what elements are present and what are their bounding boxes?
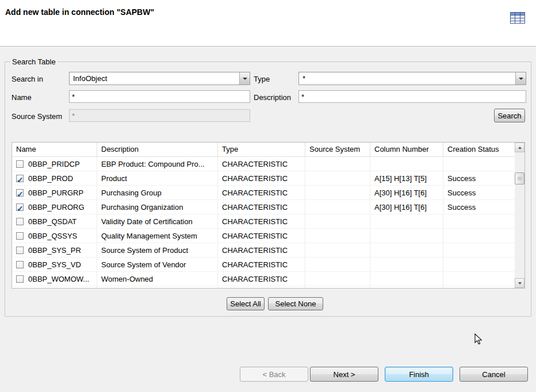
arrow-down-icon [518, 282, 522, 285]
cell-type: CHARACTERISTIC [218, 200, 305, 214]
table-row[interactable]: 0BBP_PRIDCP EBP Product: Compound Pro...… [12, 157, 515, 171]
row-checkbox[interactable] [16, 275, 24, 283]
finish-button[interactable]: Finish [385, 367, 453, 382]
scroll-up-button[interactable] [515, 143, 524, 152]
cell-column-number: A[15] H[13] T[5] [370, 171, 443, 186]
cell-name: 0BBP_WOMOW... [28, 275, 89, 283]
name-input[interactable] [69, 90, 250, 103]
table-row[interactable]: 0BBP_SYS_VD Source System of Vendor CHAR… [12, 258, 515, 272]
cell-column-number: A[30] H[16] T[6] [370, 200, 443, 214]
chevron-down-icon[interactable] [239, 72, 250, 84]
row-checkbox[interactable] [16, 203, 24, 211]
name-cell: 0BBP_QSDAT [12, 214, 97, 229]
search-in-dropdown[interactable]: InfoObject [69, 72, 250, 85]
cell-description: Purchasing Group [97, 186, 218, 200]
table-row[interactable]: 0BBP_PURORG Purchasing Organization CHAR… [12, 200, 515, 214]
select-none-button[interactable]: Select None [268, 297, 323, 310]
name-label: Name [12, 93, 32, 102]
row-checkbox[interactable] [16, 261, 24, 268]
table-row[interactable]: 0BBP_PURGRP Purchasing Group CHARACTERIS… [12, 186, 515, 200]
name-cell: 0BBP_PROD [12, 171, 97, 186]
cell-creation-status [443, 214, 515, 229]
column-header-name[interactable]: Name [12, 143, 97, 157]
cell-creation-status: Success [443, 200, 515, 214]
partial-cell [12, 286, 97, 289]
row-checkbox[interactable] [16, 189, 24, 197]
cell-type: CHARACTERISTIC [218, 258, 305, 272]
cell-type: CHARACTERISTIC [218, 243, 305, 258]
table-row[interactable]: 0BBP_PROD Product CHARACTERISTIC A[15] H… [12, 171, 515, 186]
table-row[interactable]: 0BBP_QSDAT Validity Date of Certificatio… [12, 214, 515, 229]
type-value: * [303, 74, 305, 83]
column-header-creation-status[interactable]: Creation Status [443, 143, 515, 157]
row-checkbox[interactable] [16, 247, 24, 254]
results-table: Name Description Type Source System Colu… [12, 142, 525, 289]
cell-name: 0BBP_PURGRP [28, 189, 83, 197]
name-cell: 0BBP_PURORG [12, 200, 97, 214]
next-button[interactable]: Next > [310, 367, 378, 382]
chevron-down-icon[interactable] [515, 72, 526, 84]
cell-column-number [370, 272, 443, 286]
cell-column-number [370, 214, 443, 229]
cell-description: Validity Date of Certification [97, 214, 218, 229]
cell-column-number [370, 243, 443, 258]
cell-source-system [305, 214, 370, 229]
cell-column-number [370, 258, 443, 272]
column-header-type[interactable]: Type [218, 143, 305, 157]
name-cell: 0BBP_QSSYS [12, 229, 97, 243]
vertical-scrollbar[interactable] [515, 143, 524, 288]
row-checkbox[interactable] [16, 160, 24, 168]
partial-cell [218, 286, 305, 289]
cell-creation-status [443, 243, 515, 258]
name-cell: 0BBP_SYS_PR [12, 243, 97, 258]
cell-source-system [305, 171, 370, 186]
cell-type: CHARACTERISTIC [218, 186, 305, 200]
cell-type: CHARACTERISTIC [218, 171, 305, 186]
row-checkbox[interactable] [16, 218, 24, 225]
select-all-button[interactable]: Select All [227, 297, 265, 310]
cell-description: Women-Owned [97, 272, 218, 286]
cell-column-number: A[30] H[16] T[6] [370, 186, 443, 200]
scroll-down-button[interactable] [515, 278, 524, 288]
row-checkbox[interactable] [16, 175, 24, 182]
column-header-source-system[interactable]: Source System [305, 143, 370, 157]
back-button: < Back [240, 367, 308, 382]
search-in-label: Search in [12, 75, 43, 83]
cell-name: 0BBP_PRIDCP [28, 160, 80, 168]
cell-source-system [305, 200, 370, 214]
cell-source-system [305, 272, 370, 286]
dialog-title: Add new table in connection "SAPBW" [5, 7, 154, 17]
table-header-row: Name Description Type Source System Colu… [12, 143, 515, 157]
cell-name: 0BBP_PURORG [28, 203, 85, 212]
column-header-description[interactable]: Description [97, 143, 218, 157]
cell-description: Source System of Product [97, 243, 218, 258]
cell-type: CHARACTERISTIC [218, 272, 305, 286]
table-icon [508, 9, 527, 27]
table-row[interactable]: 0BBP_SYS_PR Source System of Product CHA… [12, 243, 515, 258]
cell-creation-status [443, 157, 515, 171]
partial-cell [97, 286, 218, 289]
column-header-column-number[interactable]: Column Number [370, 143, 443, 157]
type-dropdown[interactable]: * [298, 72, 526, 85]
cell-description: Product [97, 171, 218, 186]
cell-description: EBP Product: Compound Pro... [97, 157, 218, 171]
cell-name: 0BBP_SYS_PR [28, 246, 81, 255]
description-input[interactable] [298, 90, 526, 103]
partial-cell [443, 286, 515, 289]
table-row[interactable]: 0BBP_QSSYS Quality Management System CHA… [12, 229, 515, 243]
cell-source-system [305, 243, 370, 258]
table-row[interactable]: 0BBP_WOMOW... Women-Owned CHARACTERISTIC [12, 272, 515, 286]
cancel-button[interactable]: Cancel [460, 367, 528, 382]
name-cell: 0BBP_SYS_VD [12, 258, 97, 272]
cell-type: CHARACTERISTIC [218, 214, 305, 229]
row-checkbox[interactable] [16, 232, 24, 240]
cell-column-number [370, 157, 443, 171]
arrow-up-icon [518, 147, 522, 149]
cell-creation-status [443, 258, 515, 272]
scrollbar-thumb[interactable] [515, 172, 524, 185]
description-label: Description [254, 93, 291, 102]
search-button[interactable]: Search [494, 109, 525, 122]
cell-type: CHARACTERISTIC [218, 229, 305, 243]
name-cell: 0BBP_PURGRP [12, 186, 97, 200]
cell-source-system [305, 229, 370, 243]
